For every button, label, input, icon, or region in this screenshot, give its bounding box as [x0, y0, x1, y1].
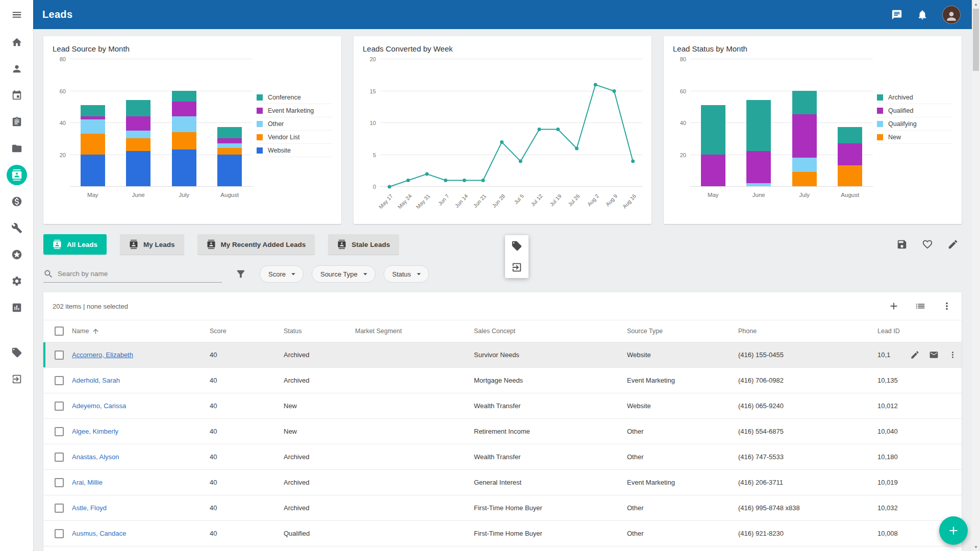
lead-name-link[interactable]: Ausmus, Candace [72, 530, 126, 537]
lead-name-link[interactable]: Accornero, Elizabeth [72, 351, 133, 359]
sidebar-item-home[interactable] [7, 32, 27, 53]
view-stale-leads-button[interactable]: Stale Leads [328, 234, 399, 255]
export-tool-icon[interactable] [511, 262, 522, 273]
sidebar-item-leads[interactable] [7, 165, 27, 185]
list-view-icon[interactable] [915, 300, 926, 312]
bar-segment [217, 127, 242, 138]
sidebar-item-documents[interactable] [7, 138, 27, 159]
row-checkbox[interactable] [55, 376, 64, 385]
row-checkbox[interactable] [55, 529, 64, 538]
table-row[interactable]: Algee, Kimberly40NewRetirement IncomeOth… [43, 419, 962, 444]
sidebar-item-tags[interactable] [7, 342, 27, 363]
cell-source-type: Website [627, 402, 738, 410]
sidebar-item-tools[interactable] [7, 218, 27, 238]
select-all-checkbox[interactable] [55, 327, 64, 336]
row-checkbox[interactable] [55, 427, 64, 436]
table-row[interactable]: Anastas, Alyson40ArchivedWealth Transfer… [43, 444, 962, 470]
bar-august [838, 127, 862, 186]
menu-icon[interactable] [11, 9, 22, 20]
avatar[interactable] [942, 6, 961, 24]
filter-icon[interactable] [235, 268, 246, 280]
table-more-icon[interactable] [941, 300, 952, 312]
chart-card-leads-converted: Leads Converted by Week 05101520 May 17M… [354, 36, 651, 224]
search-input[interactable] [58, 270, 222, 278]
view-recently-added-button[interactable]: My Recently Added Leads [197, 234, 315, 255]
sidebar-item-billing[interactable] [7, 191, 27, 212]
table-row[interactable]: Ausmus, Candace40QualifiedFirst-Time Hom… [43, 521, 962, 546]
lead-name-link[interactable]: Algee, Kimberly [72, 428, 118, 435]
column-header-score[interactable]: Score [210, 328, 284, 335]
x-tick-label: May 31 [415, 193, 431, 210]
notifications-icon[interactable] [917, 9, 928, 20]
row-checkbox[interactable] [55, 453, 64, 462]
floating-tools-panel [505, 235, 529, 278]
cell-score: 40 [210, 351, 284, 359]
favorite-icon[interactable] [922, 239, 933, 250]
status-filter-dropdown[interactable]: Status [384, 265, 429, 283]
column-header-market-segment[interactable]: Market Segment [355, 328, 474, 335]
row-edit-icon[interactable] [910, 350, 920, 360]
row-checkbox[interactable] [55, 402, 64, 411]
sidebar-item-people[interactable] [7, 59, 27, 79]
page-title: Leads [42, 9, 72, 20]
legend-swatch [257, 147, 263, 154]
bar-segment [172, 91, 196, 102]
add-lead-icon[interactable] [888, 300, 899, 312]
legend-item: Website [257, 144, 332, 157]
button-label: My Leads [143, 241, 175, 248]
column-header-sales-concept[interactable]: Sales Concept [474, 328, 627, 335]
save-view-icon[interactable] [896, 239, 908, 250]
sidebar-item-featured[interactable] [7, 244, 27, 265]
scrollbar[interactable]: ▲ ▼ [972, 0, 980, 551]
cell-sales-concept: General Interest [474, 479, 627, 486]
view-all-leads-button[interactable]: All Leads [43, 234, 107, 255]
tag-tool-icon[interactable] [511, 240, 522, 252]
wrench-icon [11, 222, 22, 234]
lead-name-link[interactable]: Adeyemo, Carissa [72, 402, 126, 410]
table-row[interactable]: Accornero, Elizabeth40ArchivedSurvivor N… [43, 342, 962, 368]
edit-view-icon[interactable] [947, 239, 959, 250]
nav-icons [7, 29, 27, 389]
lead-name-link[interactable]: Astle, Floyd [72, 504, 107, 512]
row-checkbox[interactable] [55, 504, 64, 513]
sidebar-item-reports[interactable] [7, 297, 27, 318]
row-checkbox[interactable] [55, 350, 64, 360]
chart-title: Lead Status by Month [673, 44, 952, 53]
sidebar-item-calendar[interactable] [7, 85, 27, 106]
table-row[interactable]: Arai, Millie40ArchivedGeneral InterestEv… [43, 470, 962, 495]
add-lead-fab[interactable] [939, 516, 968, 545]
column-header-lead-id[interactable]: Lead ID [877, 328, 962, 335]
cell-phone: (416) 921-8230 [738, 530, 877, 537]
chart-legend: ConferenceEvent MarketingOtherVendor Lis… [253, 59, 332, 187]
contacts-icon [337, 240, 346, 249]
chart-title: Leads Converted by Week [363, 44, 642, 53]
bar-segment [172, 116, 196, 132]
table-row[interactable]: Adeyemo, Carissa40NewWealth TransferWebs… [43, 393, 962, 419]
view-my-leads-button[interactable]: My Leads [120, 234, 184, 255]
sidebar-item-exit[interactable] [7, 369, 27, 389]
lead-name-link[interactable]: Aderhold, Sarah [72, 377, 120, 384]
cell-lead-id: 10,180 [877, 453, 962, 461]
table-row[interactable]: Aderhold, Sarah40ArchivedMortgage NeedsE… [43, 368, 962, 393]
scroll-down-arrow[interactable]: ▼ [972, 543, 980, 551]
source-type-filter-dropdown[interactable]: Source Type [312, 265, 375, 283]
table-row[interactable]: Astle, Floyd40ArchivedFirst-Time Home Bu… [43, 495, 962, 521]
person-icon [11, 63, 22, 74]
lead-name-link[interactable]: Anastas, Alyson [72, 453, 119, 461]
column-header-name[interactable]: Name [72, 328, 210, 335]
sidebar-item-tasks[interactable] [7, 112, 27, 132]
row-checkbox[interactable] [55, 478, 64, 487]
column-header-source-type[interactable]: Source Type [627, 328, 738, 335]
column-header-status[interactable]: Status [284, 328, 355, 335]
row-more-icon[interactable] [948, 350, 958, 360]
row-email-icon[interactable] [929, 350, 939, 360]
column-header-phone[interactable]: Phone [738, 328, 877, 335]
scrollbar-thumb[interactable] [973, 9, 979, 71]
messages-icon[interactable] [891, 9, 902, 20]
score-filter-dropdown[interactable]: Score [260, 265, 304, 283]
scroll-up-arrow[interactable]: ▲ [972, 0, 980, 8]
line-series [380, 59, 642, 187]
sidebar-item-settings[interactable] [7, 271, 27, 291]
bar-segment [126, 151, 150, 186]
lead-name-link[interactable]: Arai, Millie [72, 479, 103, 486]
